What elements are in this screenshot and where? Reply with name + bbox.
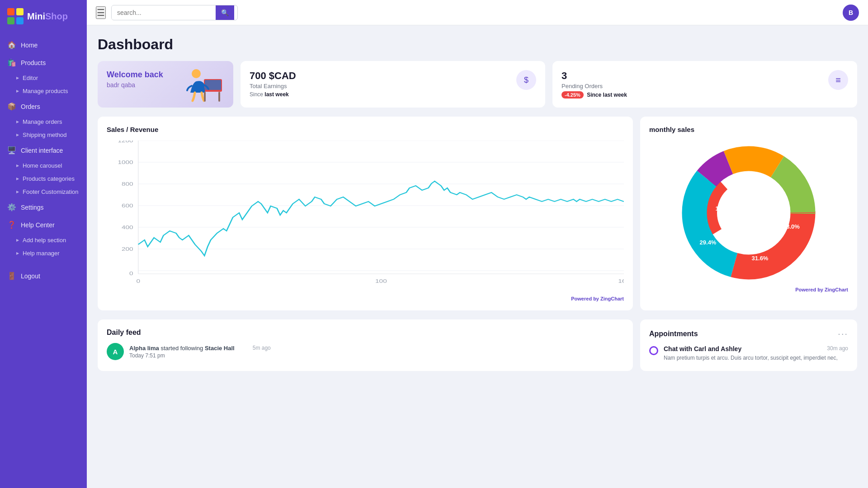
appointment-title: Chat with Carl and Ashley bbox=[664, 345, 741, 352]
sidebar-navigation: 🏠 Home 🛍️ Products Editor Manage product… bbox=[0, 33, 87, 488]
sidebar-item-manage-products[interactable]: Manage products bbox=[0, 84, 87, 98]
appointments-card: Appointments ··· Chat with Carl and Ashl… bbox=[640, 319, 857, 371]
stats-row: Welcome back badr qaba bbox=[98, 61, 857, 108]
sidebar-item-settings[interactable]: ⚙️ Settings bbox=[0, 198, 87, 216]
sidebar-item-client-interface[interactable]: 🖥️ Client interface bbox=[0, 141, 87, 159]
feed-action: started following bbox=[160, 345, 205, 352]
sidebar-item-add-help-section-label: Add help section bbox=[23, 237, 66, 244]
welcome-illustration bbox=[179, 61, 229, 108]
donut-chart-container: 16.0% 15.0% 8.0% 31.6% 29.4% bbox=[649, 141, 848, 285]
appointment-item: Chat with Carl and Ashley 30m ago Nam pr… bbox=[649, 345, 848, 362]
feed-date: Today 7:51 pm bbox=[129, 352, 271, 359]
stat-earnings-label: Total Earnings bbox=[250, 83, 511, 89]
topbar: ☰ 🔍 B bbox=[87, 0, 868, 25]
sidebar-item-footer-customization[interactable]: Footer Customization bbox=[0, 185, 87, 198]
logo-icon bbox=[7, 8, 24, 24]
sales-chart-card: Sales / Revenue bbox=[98, 117, 633, 310]
sidebar-item-help-manager[interactable]: Help manager bbox=[0, 247, 87, 260]
content-area: Dashboard Welcome back badr qaba bbox=[87, 25, 868, 488]
line-chart-svg: 1200 1000 800 600 400 200 0 0 100 168 bbox=[107, 141, 624, 294]
feed-content: Alpha lima started following Stacie Hall… bbox=[129, 345, 271, 359]
sidebar-item-home-carousel-label: Home carousel bbox=[23, 162, 62, 169]
stat-pending-orders: 3 Pending Orders -4.25% Since last week … bbox=[552, 61, 857, 108]
svg-text:15.0%: 15.0% bbox=[770, 198, 787, 205]
sidebar-item-footer-customization-label: Footer Customization bbox=[23, 188, 79, 195]
appointments-header: Appointments ··· bbox=[649, 328, 848, 339]
client-interface-icon: 🖥️ bbox=[7, 146, 16, 155]
svg-rect-2 bbox=[7, 17, 14, 24]
svg-point-33 bbox=[717, 181, 780, 244]
svg-text:31.6%: 31.6% bbox=[752, 255, 769, 262]
feed-row: Alpha lima started following Stacie Hall… bbox=[129, 345, 271, 352]
status-badge: -4.25% bbox=[561, 91, 584, 99]
feed-target: Stacie Hall bbox=[205, 345, 235, 352]
bottom-row: Daily feed A Alpha lima started followin… bbox=[98, 319, 857, 371]
appointment-description: Nam pretium turpis et arcu. Duis arcu to… bbox=[664, 354, 848, 362]
powered-by-donut: Powered by ZingChart bbox=[649, 287, 848, 292]
svg-point-6 bbox=[192, 69, 201, 78]
svg-text:168: 168 bbox=[618, 278, 624, 284]
sidebar-item-settings-label: Settings bbox=[21, 204, 44, 211]
feed-time: 5m ago bbox=[253, 345, 271, 351]
svg-rect-1 bbox=[16, 8, 24, 15]
sidebar-item-shipping-method[interactable]: Shipping method bbox=[0, 128, 87, 141]
feed-item: A Alpha lima started following Stacie Ha… bbox=[107, 343, 624, 360]
earnings-icon-circle: $ bbox=[516, 70, 536, 90]
main-area: ☰ 🔍 B Dashboard Welcome back badr qaba bbox=[87, 0, 868, 488]
sidebar-item-editor-label: Editor bbox=[23, 75, 38, 81]
stat-earnings: 700 $CAD Total Earnings Since last week … bbox=[241, 61, 545, 108]
svg-text:600: 600 bbox=[122, 203, 133, 208]
svg-rect-8 bbox=[218, 92, 220, 102]
stat-pending-sub: -4.25% Since last week bbox=[561, 91, 823, 99]
sidebar-item-manage-orders[interactable]: Manage orders bbox=[0, 115, 87, 128]
logo-text: MiniShop bbox=[27, 11, 68, 22]
svg-text:0: 0 bbox=[129, 271, 133, 276]
feed-avatar: A bbox=[107, 343, 124, 360]
sidebar-item-orders[interactable]: 📦 Orders bbox=[0, 98, 87, 115]
home-icon: 🏠 bbox=[7, 41, 16, 49]
search-input[interactable] bbox=[112, 6, 216, 19]
sidebar-item-logout[interactable]: 🚪 Logout bbox=[0, 267, 87, 285]
stat-earnings-sub-bold: last week bbox=[264, 91, 288, 98]
svg-text:100: 100 bbox=[375, 278, 387, 284]
svg-text:29.4%: 29.4% bbox=[700, 239, 717, 246]
stat-earnings-amount: 700 $CAD bbox=[250, 70, 511, 82]
welcome-username: badr qaba bbox=[107, 81, 163, 89]
donut-chart-svg: 16.0% 15.0% 8.0% 31.6% 29.4% bbox=[681, 145, 816, 281]
welcome-card: Welcome back badr qaba bbox=[98, 61, 233, 108]
svg-text:400: 400 bbox=[122, 225, 133, 230]
dollar-icon: $ bbox=[524, 75, 528, 85]
daily-feed-card: Daily feed A Alpha lima started followin… bbox=[98, 319, 633, 371]
help-icon: ❓ bbox=[7, 221, 16, 229]
appointment-time: 30m ago bbox=[827, 345, 848, 352]
sidebar: MiniShop 🏠 Home 🛍️ Products Editor Manag… bbox=[0, 0, 87, 488]
sidebar-item-help-manager-label: Help manager bbox=[23, 250, 60, 257]
sidebar-item-home-label: Home bbox=[21, 42, 38, 49]
zingchart-brand-donut: ZingChart bbox=[825, 287, 848, 292]
svg-rect-3 bbox=[16, 17, 24, 24]
sidebar-item-help-center[interactable]: ❓ Help Center bbox=[0, 216, 87, 234]
svg-text:200: 200 bbox=[122, 246, 133, 252]
appointments-menu-button[interactable]: ··· bbox=[838, 328, 848, 339]
search-button[interactable]: 🔍 bbox=[216, 5, 234, 20]
sidebar-item-help-center-label: Help Center bbox=[21, 221, 55, 229]
pending-icon-circle: ≡ bbox=[828, 70, 848, 90]
powered-by-line-chart: Powered by ZingChart bbox=[107, 296, 624, 301]
stat-pending-amount: 3 bbox=[561, 70, 823, 82]
layers-icon: ≡ bbox=[835, 75, 841, 85]
logout-icon: 🚪 bbox=[7, 272, 16, 280]
sidebar-item-home[interactable]: 🏠 Home bbox=[0, 36, 87, 54]
avatar[interactable]: B bbox=[843, 5, 859, 21]
hamburger-button[interactable]: ☰ bbox=[96, 6, 106, 19]
sidebar-item-editor[interactable]: Editor bbox=[0, 71, 87, 84]
line-chart-container: 1200 1000 800 600 400 200 0 0 100 168 bbox=[107, 141, 624, 294]
stat-pending-sub-bold: Since last week bbox=[587, 92, 627, 98]
sidebar-item-products[interactable]: 🛍️ Products bbox=[0, 54, 87, 71]
sidebar-item-products-categories[interactable]: Products categories bbox=[0, 172, 87, 185]
sidebar-item-add-help-section[interactable]: Add help section bbox=[0, 234, 87, 247]
sidebar-item-home-carousel[interactable]: Home carousel bbox=[0, 159, 87, 172]
sidebar-item-logout-label: Logout bbox=[21, 272, 40, 280]
person-illustration bbox=[179, 61, 229, 106]
logo[interactable]: MiniShop bbox=[0, 0, 87, 33]
svg-text:8.0%: 8.0% bbox=[786, 223, 800, 230]
